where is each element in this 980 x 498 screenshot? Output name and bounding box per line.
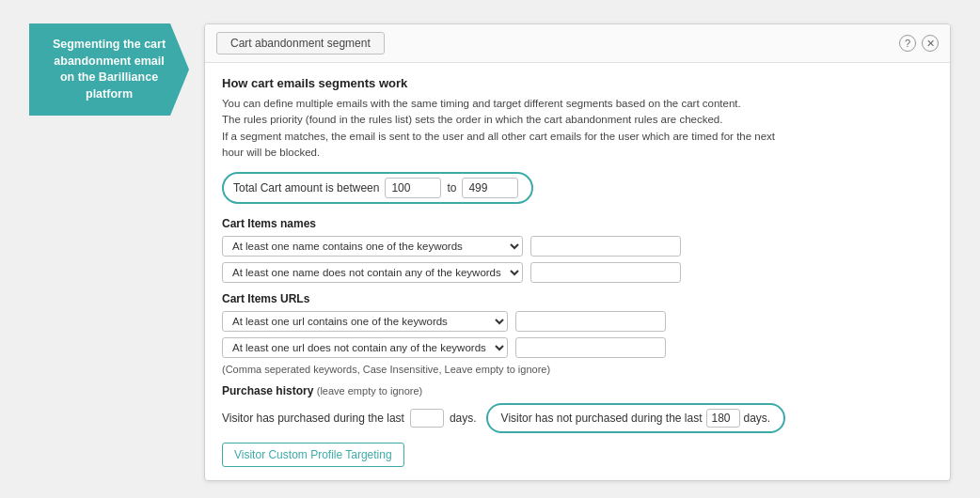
cart-items-names-title: Cart Items names — [222, 217, 933, 230]
purchase-history-section: Purchase history (leave empty to ignore)… — [222, 384, 933, 433]
cart-items-names-row1: At least one name contains one of the ke… — [222, 236, 933, 257]
arrow-label: Segmenting the cart abandonment email on… — [29, 23, 189, 116]
purchase-history-title: Purchase history (leave empty to ignore) — [222, 384, 933, 397]
purchase-row: Visitor has purchased during the last da… — [222, 403, 933, 433]
cart-amount-label: Total Cart amount is between — [233, 181, 379, 195]
cart-items-urls-row2: At least one url contains one of the key… — [222, 337, 933, 358]
main-panel: Cart abandonment segment ? ✕ How cart em… — [204, 23, 951, 481]
to-label: to — [447, 181, 456, 195]
purchase-right-unit: days. — [744, 412, 771, 425]
info-icon[interactable]: ? — [899, 35, 916, 52]
cart-items-urls-select2[interactable]: At least one url contains one of the key… — [222, 337, 508, 358]
purchase-left-input[interactable] — [410, 409, 444, 428]
cart-items-urls-title: Cart Items URLs — [222, 292, 933, 305]
cart-items-names-select2[interactable]: At least one name contains one of the ke… — [222, 262, 523, 283]
cart-items-names-row2: At least one name contains one of the ke… — [222, 262, 933, 283]
cart-items-urls-row1: At least one url contains one of the key… — [222, 311, 933, 332]
cart-amount-from-input[interactable] — [385, 178, 441, 198]
cart-amount-row: Total Cart amount is between to — [222, 172, 933, 204]
arrow-text: Segmenting the cart abandonment email on… — [46, 37, 172, 102]
cart-items-names-input2[interactable] — [530, 262, 681, 283]
cart-amount-to-input[interactable] — [462, 178, 518, 198]
purchase-left: Visitor has purchased during the last da… — [222, 409, 477, 428]
cart-items-urls-input2[interactable] — [515, 337, 666, 358]
close-icon[interactable]: ✕ — [922, 35, 939, 52]
purchase-history-suffix: (leave empty to ignore) — [317, 385, 423, 397]
purchase-right-oval: Visitor has not purchased during the las… — [486, 403, 786, 433]
cart-segment-tab[interactable]: Cart abandonment segment — [216, 32, 385, 54]
cart-items-names-select1[interactable]: At least one name contains one of the ke… — [222, 236, 523, 257]
purchase-left-unit: days. — [450, 412, 477, 425]
purchase-left-label: Visitor has purchased during the last — [222, 412, 404, 425]
purchase-right-input[interactable] — [706, 409, 740, 428]
panel-icons: ? ✕ — [899, 35, 939, 52]
description: You can define multiple emails with the … — [222, 96, 933, 161]
cart-items-urls-select1[interactable]: At least one url contains one of the key… — [222, 311, 508, 332]
panel-header: Cart abandonment segment ? ✕ — [205, 24, 950, 63]
section-title: How cart emails segments work — [222, 76, 933, 90]
cart-items-names-input1[interactable] — [530, 236, 681, 257]
cart-items-urls-input1[interactable] — [515, 311, 666, 332]
purchase-right-label: Visitor has not purchased during the las… — [501, 412, 703, 425]
visitor-profile-button[interactable]: Visitor Custom Profile Targeting — [222, 443, 404, 467]
panel-body: How cart emails segments work You can de… — [205, 63, 950, 480]
note-text: (Comma seperated keywords, Case Insensit… — [222, 364, 933, 375]
cart-amount-oval: Total Cart amount is between to — [222, 172, 533, 204]
arrow-shape: Segmenting the cart abandonment email on… — [29, 23, 189, 116]
